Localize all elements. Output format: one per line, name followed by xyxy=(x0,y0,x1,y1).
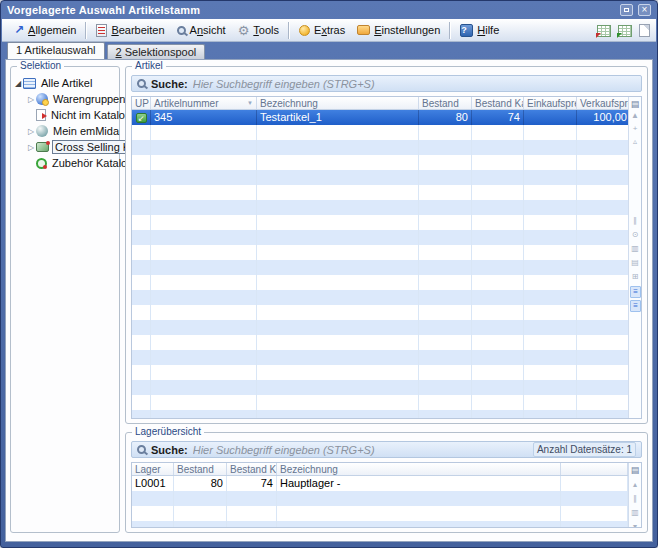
column-header-bestand-kalk[interactable]: Bestand Kalk. xyxy=(472,97,524,109)
column-header-up[interactable]: UP xyxy=(132,97,151,109)
grid-view-icon[interactable]: ≡ xyxy=(630,300,641,312)
column-header-bestand-kalk[interactable]: Bestand Kalk. xyxy=(227,463,277,475)
cell-einkaufspreis xyxy=(524,290,577,305)
scroll-up-icon[interactable]: ▴ xyxy=(629,479,641,491)
pause-icon[interactable]: ∥ xyxy=(629,215,641,227)
cell-bezeichnung xyxy=(277,506,561,521)
edit-cells-icon[interactable]: ▥ xyxy=(629,243,641,255)
table-row-empty xyxy=(132,491,628,506)
close-button[interactable]: × xyxy=(638,4,651,16)
expand-icon[interactable]: ▷ xyxy=(26,127,36,136)
cell-einkaufspreis xyxy=(524,245,577,260)
column-header-bezeichnung[interactable]: Bezeichnung xyxy=(277,463,561,475)
column-header-bestand[interactable]: Bestand xyxy=(419,97,472,109)
cell-up xyxy=(132,125,151,140)
cell-artikelnummer xyxy=(151,365,257,380)
selektion-tree: ◢Alle Artikel▷WarengruppenNicht im Katal… xyxy=(11,67,119,171)
table-export-icon[interactable] xyxy=(618,25,632,37)
column-chooser-icon[interactable]: ▤ xyxy=(629,98,641,110)
cell-bezeichnung xyxy=(257,290,419,305)
menu-item-hilfe[interactable]: ?Hilfe xyxy=(454,22,505,39)
cell-einkaufspreis xyxy=(524,230,577,245)
artikel-grid-header: UPArtikelnummer▼BezeichnungBestandBestan… xyxy=(132,97,628,110)
column-header-label: UP xyxy=(135,97,149,109)
restore-button[interactable] xyxy=(620,4,633,16)
cell-bestand-kalk xyxy=(227,506,277,521)
cell-artikelnummer xyxy=(151,410,257,418)
extras-icon xyxy=(299,25,310,36)
table-row-empty xyxy=(132,320,628,335)
menu-separator xyxy=(85,22,87,39)
cell-up: ↙ xyxy=(132,110,151,125)
tree-item-mein-emmida[interactable]: ▷Mein emMida xyxy=(11,123,119,139)
cell-col4 xyxy=(561,506,628,521)
tree-item-label: Warengruppen xyxy=(51,93,127,105)
menu-item-bearbeiten[interactable]: Bearbeiten xyxy=(90,22,170,39)
cell-verkaufspreis xyxy=(577,245,628,260)
zoom-icon[interactable]: ⊙ xyxy=(629,229,641,241)
tree-item-warengruppen[interactable]: ▷Warengruppen xyxy=(11,91,119,107)
tab-1-artikelauswahl[interactable]: 1 Artikelauswahl xyxy=(7,42,105,59)
tree-item-cross-selling-katalog[interactable]: ▷Cross Selling Katalog xyxy=(11,139,119,155)
lager-search-input[interactable] xyxy=(193,444,528,456)
cell-bestand-kalk xyxy=(472,140,524,155)
tree-item-nicht-im-katalog[interactable]: Nicht im Katalog xyxy=(11,107,119,123)
tree-item-zubeh-r-katalog[interactable]: Zubehör Katalog xyxy=(11,155,119,171)
table-row[interactable]: ↙345Testartikel_18074100,00 xyxy=(132,110,628,125)
column-header-einkaufspreis[interactable]: Einkaufspreis xyxy=(524,97,577,109)
menu-item-einstellungen[interactable]: Einstellungen xyxy=(351,22,446,38)
cell-bezeichnung xyxy=(257,380,419,395)
scroll-up-icon[interactable]: ▵ xyxy=(629,136,641,148)
list-view-icon[interactable]: ≡ xyxy=(630,286,641,298)
cell-artikelnummer xyxy=(151,380,257,395)
layout-icon[interactable]: ⊞ xyxy=(629,271,641,283)
column-chooser-icon[interactable]: ▤ xyxy=(629,464,641,476)
column-header-bezeichnung[interactable]: Bezeichnung xyxy=(257,97,419,109)
tab-2-selektionspool[interactable]: 2 Selektionspool xyxy=(107,44,206,59)
artikel-grid: UPArtikelnummer▼BezeichnungBestandBestan… xyxy=(131,96,642,419)
pause-icon[interactable]: ∥ xyxy=(629,493,641,505)
menu-item-tools[interactable]: ⚙Tools xyxy=(232,21,285,40)
table-row[interactable]: L00018074Hauptlager - xyxy=(132,476,628,491)
scroll-top-icon[interactable]: ▲ xyxy=(629,110,641,122)
column-header-artikelnummer[interactable]: Artikelnummer▼ xyxy=(151,97,257,109)
cell-bestand-kalk xyxy=(472,395,524,410)
expand-icon[interactable]: ▷ xyxy=(26,143,36,152)
cell-verkaufspreis xyxy=(577,170,628,185)
menu-item-extras[interactable]: Extras xyxy=(293,22,351,38)
lager-search-label: Suche: xyxy=(151,444,188,456)
tree-item-label: Zubehör Katalog xyxy=(50,157,135,169)
tree-item-alle-artikel[interactable]: ◢Alle Artikel xyxy=(11,75,119,91)
cell-up xyxy=(132,140,151,155)
filter-panel-icon[interactable]: ▤ xyxy=(629,257,641,269)
artikel-searchbar: Suche: xyxy=(131,75,642,92)
cell-einkaufspreis xyxy=(524,125,577,140)
cell-bestand-kalk xyxy=(472,245,524,260)
artikel-search-input[interactable] xyxy=(193,78,636,90)
expand-icon[interactable]: ▷ xyxy=(26,95,36,104)
column-header-lager[interactable]: Lager xyxy=(132,463,174,475)
column-header-verkaufspreis[interactable]: Verkaufspreis xyxy=(577,97,628,109)
column-header-col4[interactable] xyxy=(561,463,628,475)
cell-einkaufspreis xyxy=(524,200,577,215)
new-page-icon[interactable] xyxy=(639,24,650,37)
add-row-icon[interactable]: + xyxy=(629,123,641,135)
cell-lager xyxy=(132,491,174,506)
column-header-bestand[interactable]: Bestand xyxy=(174,463,227,475)
edit-cells-icon[interactable]: ▥ xyxy=(629,507,641,519)
tabstrip: 1 Artikelauswahl2 Selektionspool xyxy=(2,42,656,59)
artikel-group: Artikel Suche: UPArtikelnummer▼Bezeichnu… xyxy=(125,66,648,424)
cell-bestand xyxy=(419,200,472,215)
menu-separator xyxy=(288,22,290,39)
cell-bestand-kalk xyxy=(472,350,524,365)
cell-verkaufspreis xyxy=(577,200,628,215)
collapse-icon[interactable]: ◢ xyxy=(13,79,23,88)
menu-item-ansicht[interactable]: Ansicht xyxy=(171,22,232,38)
cell-bestand-kalk xyxy=(472,380,524,395)
filter-icon[interactable]: ▼ xyxy=(247,97,253,109)
table-import-icon[interactable] xyxy=(597,25,611,37)
menu-item-allgemein[interactable]: ↗Allgemein xyxy=(8,21,82,39)
scroll-down-icon[interactable]: ▾ xyxy=(629,521,641,528)
menubar-right-icons xyxy=(597,19,650,42)
cell-bezeichnung xyxy=(257,170,419,185)
